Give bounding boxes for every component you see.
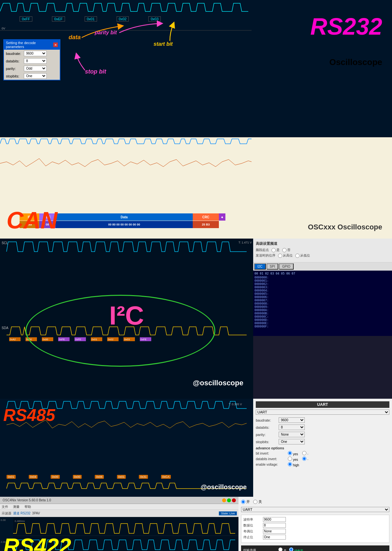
stopbits-select[interactable]: One Two [24, 73, 47, 79]
rs422-databits-input[interactable] [263, 523, 286, 528]
rs422-section: OSC4Nix Version 5.60.0 Beta 1.0 文件 测量 帮助… [0, 497, 392, 551]
rs485-hex-1: 0x04 [29, 475, 38, 479]
rs422-bitinvert-label: 传输选项 [243, 548, 276, 551]
parity-label: parity: [6, 67, 24, 71]
rs422-window-title-bar: OSC4Nix Version 5.60.0 Beta 1.0 [0, 497, 238, 504]
uart-stopbits-select[interactable]: One [279, 439, 305, 444]
rs485-hex-2: 0x00 [51, 475, 60, 479]
decode-dialog-title-text: Setting the decode parameters [6, 41, 53, 49]
open-radio[interactable]: 开 [241, 499, 250, 504]
enable-voltage-high[interactable]: high [288, 462, 299, 467]
close-radio[interactable]: 关 [253, 499, 262, 504]
y-label-0: 0.00 [1, 519, 12, 522]
hex-label-01: 0x01 [85, 16, 97, 22]
uart-databits-row: databits: 8 [256, 425, 389, 430]
rs232-waveform-bottom: 0V [0, 25, 252, 35]
rs485-title: RS485 [3, 405, 55, 425]
databits-invert-no[interactable]: · [302, 457, 308, 461]
rs232-title: RS232 [310, 13, 382, 40]
menu-measure[interactable]: 测量 [13, 505, 20, 509]
toolbar-rs232[interactable]: 通道 RS232 [13, 511, 30, 516]
rs422-bit-no[interactable]: 绿色平 [289, 547, 303, 551]
window-controls [222, 498, 236, 502]
rs422-databits-label: 数据位 [243, 523, 263, 528]
decode-stopbits-row: stopbits: One Two [4, 72, 60, 80]
bit-invert-label: bit invert: [256, 452, 285, 455]
bit-invert-yes[interactable]: yes [288, 451, 298, 456]
i2c-data-row-b: 000000B: [254, 312, 391, 315]
i2c-settings-row2: 发送时的位序 从高位 从低位 [256, 253, 389, 258]
rs422-baudrate-input[interactable] [263, 517, 286, 522]
tab-gpio[interactable]: GPIO [279, 263, 294, 270]
rs485-oscilloscope-label: @oscilloscope [201, 483, 247, 491]
rs422-close-button[interactable] [232, 498, 236, 502]
rs422-parity-input[interactable] [263, 529, 286, 534]
rs422-open-close: 开 关 [241, 499, 389, 504]
bit-invert-row: bit invert: yes · [256, 451, 389, 456]
svg-text:T: 0.365 V: T: 0.365 V [229, 403, 242, 406]
uart-baudrate-select[interactable]: 9600 [279, 417, 305, 423]
decode-parity-row: parity: Odd Even None [4, 65, 60, 72]
i2c-radio-lsb[interactable]: 从低位 [295, 253, 310, 258]
rs422-baudrate-label: 波特率 [243, 517, 263, 522]
svg-text:0.480ms: 0.480ms [15, 520, 25, 523]
i2c-data-row-6: 0000006: [254, 295, 391, 299]
i2c-data-row-c: 000000C: [254, 315, 391, 318]
rs232-section: 0xFF 0xEF 0x01 0x02 0x03 0V RS232 Oscill… [0, 0, 392, 137]
menu-help[interactable]: 帮助 [24, 505, 31, 509]
svg-text:0V: 0V [2, 27, 5, 30]
baudrate-label: baudrate: [6, 52, 24, 56]
rs422-sidebar: 开 关 UART 波特率 数据位 奇偶位 停止位 [238, 497, 392, 551]
close-label: 关 [258, 499, 262, 504]
rs422-bit-yes[interactable]: 是 [278, 547, 286, 551]
uart-databits-select[interactable]: 8 [279, 425, 305, 430]
rs422-stopbits-row: 停止位 [243, 535, 387, 540]
rs485-hex-7: 0xCA [161, 475, 171, 479]
decode-dialog: Setting the decode parameters ✕ baudrate… [3, 39, 60, 80]
i2c-data-row-a: 000000A: [254, 309, 391, 312]
rs422-title: RS422 [3, 533, 71, 551]
uart-parity-row: parity: None [256, 432, 389, 437]
i2c-section: SCL T: 1.471 V SDA 0xA2 0x00 0x00 0xFE [0, 239, 392, 399]
tab-i2c[interactable]: I2C [254, 263, 266, 270]
sda-label: SDA [2, 326, 8, 330]
uart-parity-select[interactable]: None [279, 432, 305, 437]
i2c-data-display: 00 01 02 03 04 05 06 07 0000000: 0000001… [253, 271, 392, 336]
hex-label-ff: 0xFF [20, 16, 32, 22]
hex-label-row: 0xFF 0xEF 0x01 0x02 0x03 [20, 16, 161, 22]
decode-dialog-title-bar: Setting the decode parameters ✕ [4, 40, 60, 50]
state-live-badge: State: Live [219, 511, 237, 515]
i2c-radio-msb[interactable]: 从高位 [278, 253, 293, 258]
enable-voltage-row: enable voltage: high [256, 462, 389, 467]
i2c-radio-yes[interactable]: 是 [271, 248, 280, 252]
bit-invert-no[interactable]: · [302, 451, 308, 456]
rs422-baudrate-row: 波特率 [243, 517, 387, 522]
databits-invert-yes[interactable]: yes [288, 457, 298, 461]
i2c-data-row-8: 0000008: [254, 302, 391, 305]
databits-invert-row: databits invert: yes · [256, 457, 389, 461]
i2c-setting-label1: 频段起点 [256, 248, 269, 252]
rs422-stopbits-input[interactable] [263, 535, 286, 540]
maximize-button[interactable] [227, 498, 231, 502]
uart-databits-label: databits: [256, 426, 279, 429]
tab-spi[interactable]: SPI [267, 263, 278, 270]
enable-voltage-label: enable voltage: [256, 463, 285, 466]
uart-section-title: UART [256, 401, 389, 408]
decode-dialog-close-button[interactable]: ✕ [53, 42, 58, 47]
uart-type-select[interactable]: UART [256, 409, 389, 415]
baudrate-select[interactable]: 9600 115200 [24, 51, 47, 56]
i2c-radio-no[interactable]: 否 [282, 248, 290, 252]
rs485-main-area: RS485 T: 0.365 V 0x01 0x04 0x00 0x00 0x0… [0, 399, 253, 497]
menu-file[interactable]: 文件 [2, 505, 8, 509]
i2c-data-row-0: 0000000: [254, 276, 391, 279]
parity-select[interactable]: Odd Even None [24, 66, 47, 71]
uart-baudrate-row: baudrate: 9600 [256, 417, 389, 423]
rs422-uart-select[interactable]: UART [241, 507, 389, 512]
rs422-menu-bar: 文件 测量 帮助 [0, 504, 238, 510]
advance-options-label: advance options [256, 446, 389, 450]
can-data-value: 00 80 00 00 00 00 00 00 [56, 221, 193, 228]
databits-select[interactable]: 8 7 [24, 58, 47, 64]
minimize-button[interactable] [222, 498, 226, 502]
i2c-data-row-1: 0000001: [254, 279, 391, 282]
can-title: CAN [7, 207, 57, 234]
